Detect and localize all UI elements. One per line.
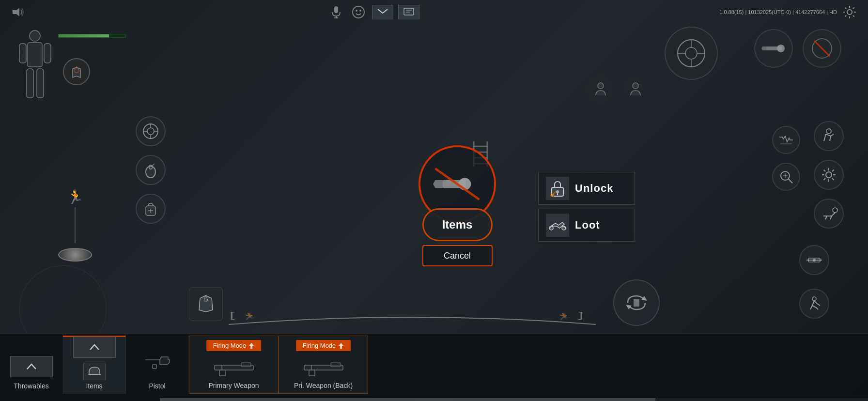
loot-button[interactable]: Loot <box>538 209 635 242</box>
person-icon-2[interactable] <box>621 75 650 104</box>
primary-weapon-slot[interactable]: Firing Mode Primary Weapon <box>189 336 279 394</box>
chat-icon[interactable] <box>398 5 419 19</box>
primary-weapon-label: Primary Weapon <box>208 382 259 389</box>
map-button[interactable] <box>63 58 90 85</box>
player-orange-icon: 🏃 <box>67 189 84 205</box>
svg-rect-15 <box>27 69 33 98</box>
reload-button[interactable] <box>613 279 660 326</box>
throwables-label: Throwables <box>14 382 48 390</box>
mic-icon[interactable] <box>327 3 345 21</box>
action-buttons-panel: Unlock Loot <box>538 172 635 242</box>
svg-point-77 <box>813 259 816 262</box>
no-ammo-circle-top[interactable] <box>803 29 841 68</box>
items-up-button[interactable] <box>73 337 116 358</box>
pri-weapon-back-slot[interactable]: Firing Mode Pri. Weapon (Back) <box>279 336 368 394</box>
svg-rect-82 <box>241 363 251 367</box>
svg-rect-7 <box>404 8 414 15</box>
svg-rect-79 <box>153 365 156 369</box>
sprint-button[interactable] <box>814 121 844 151</box>
svg-line-68 <box>824 178 826 180</box>
loot-icon <box>546 214 569 237</box>
svg-line-66 <box>832 178 834 180</box>
backpack-button[interactable] <box>136 194 166 224</box>
svg-rect-93 <box>636 299 639 307</box>
cancel-button[interactable]: Cancel <box>422 245 493 266</box>
character-figure-area <box>17 29 53 104</box>
items-center-button[interactable]: Items <box>422 208 493 241</box>
prone-button[interactable] <box>814 199 844 229</box>
health-bar <box>58 34 126 38</box>
drag-handle[interactable] <box>58 248 92 262</box>
volume-icon[interactable] <box>10 3 27 21</box>
svg-rect-37 <box>766 46 782 50</box>
progress-bar-fill <box>160 398 655 401</box>
pistol-slot[interactable]: Pistol <box>126 336 189 394</box>
version-text: 1.0.88(15) | 10132025(UTC-0) | 414227766… <box>719 9 837 15</box>
firing-mode-badge-primary: Firing Mode <box>206 340 262 351</box>
svg-point-74 <box>812 297 816 301</box>
loot-label: Loot <box>575 219 600 231</box>
svg-marker-0 <box>13 8 19 16</box>
top-bar: 1.0.88(15) | 10132025(UTC-0) | 414227766… <box>0 0 868 24</box>
grenade-button[interactable] <box>136 155 166 185</box>
face-icon[interactable] <box>350 3 367 21</box>
svg-point-31 <box>685 47 697 59</box>
top-bar-right: 1.0.88(15) | 10132025(UTC-0) | 414227766… <box>719 3 858 21</box>
svg-text:🏃: 🏃 <box>555 312 573 321</box>
svg-point-41 <box>598 83 604 89</box>
unlock-label: Unlock <box>575 182 613 195</box>
svg-point-24 <box>146 166 155 178</box>
svg-rect-16 <box>37 69 44 98</box>
pistol-label: Pistol <box>149 382 165 390</box>
crosshair-button[interactable] <box>665 27 718 80</box>
arc-decoration: [ 🏃 🏃 ] <box>208 305 616 329</box>
svg-point-10 <box>847 10 852 15</box>
message-dropdown[interactable] <box>372 5 393 19</box>
cancel-label: Cancel <box>444 251 471 261</box>
person-icons-area <box>586 75 650 104</box>
bullet-icon-circle[interactable] <box>754 29 793 68</box>
svg-rect-12 <box>28 43 42 67</box>
svg-rect-87 <box>331 363 341 367</box>
vest-icon-area[interactable] <box>189 287 223 321</box>
items-sub-icon <box>83 363 106 380</box>
health-bar-container <box>58 34 136 38</box>
svg-point-4 <box>353 6 364 18</box>
ammo-icons-area <box>754 29 793 68</box>
right-mid-panel <box>814 121 844 229</box>
items-slot[interactable]: Items <box>63 336 126 394</box>
aim-button[interactable] <box>772 126 800 154</box>
svg-line-26 <box>152 164 155 166</box>
firing-mode-text-primary: Firing Mode <box>213 342 247 349</box>
svg-point-6 <box>359 10 361 12</box>
search-action-button[interactable] <box>772 163 800 191</box>
context-menu: Items Cancel <box>418 145 496 266</box>
sniper-button[interactable] <box>799 245 829 275</box>
settings-button[interactable] <box>841 3 858 21</box>
firing-mode-badge-back: Firing Mode <box>296 340 351 351</box>
no-ammo-inner <box>433 160 481 208</box>
health-bar-fill <box>59 34 109 37</box>
items-label: Items <box>442 218 473 231</box>
throwables-up-button[interactable] <box>10 356 53 377</box>
svg-line-40 <box>814 41 830 56</box>
gear-action-button[interactable] <box>814 160 844 190</box>
unlock-icon <box>546 177 569 200</box>
svg-point-69 <box>833 208 837 213</box>
player-indicator: 🏃 <box>58 107 92 262</box>
svg-point-42 <box>633 83 638 89</box>
svg-marker-51 <box>433 180 443 188</box>
svg-point-19 <box>147 128 154 135</box>
svg-marker-85 <box>339 343 343 349</box>
svg-line-65 <box>824 170 826 172</box>
svg-text:]: ] <box>575 310 587 321</box>
running-person-button[interactable] <box>799 289 829 319</box>
scope-button[interactable] <box>136 116 166 146</box>
throwables-slot[interactable]: Throwables <box>0 336 63 394</box>
person-icon-1[interactable] <box>586 75 615 104</box>
svg-marker-80 <box>249 343 254 349</box>
svg-text:🏃: 🏃 <box>241 312 259 321</box>
unlock-button[interactable]: Unlock <box>538 172 635 205</box>
svg-rect-89 <box>309 370 315 376</box>
svg-line-71 <box>789 179 792 183</box>
